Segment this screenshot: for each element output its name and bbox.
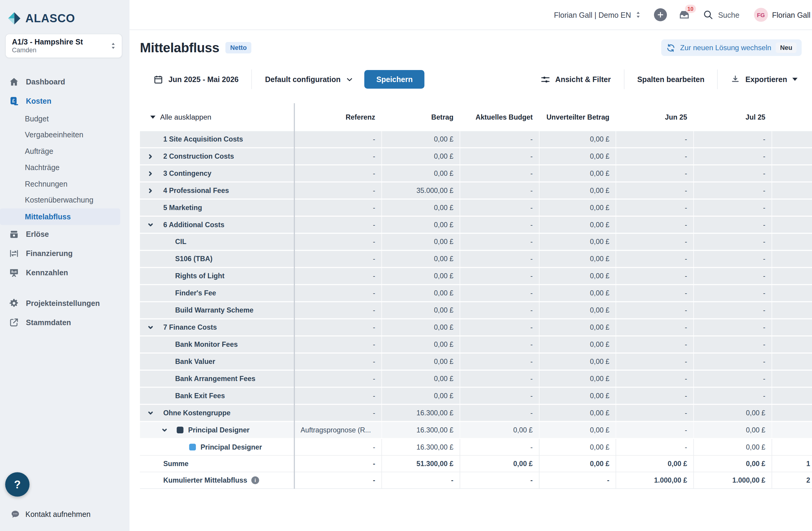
sidebar-item-erloese[interactable]: Erlöse <box>0 225 129 244</box>
row-label-cell[interactable]: S106 (TBA) <box>140 251 294 267</box>
cash-drawer-icon <box>9 229 19 240</box>
sidebar-item-kennzahlen[interactable]: Kennzahlen <box>0 263 129 282</box>
row-label: Bank Arrangement Fees <box>175 375 255 383</box>
view-filter-button[interactable]: Ansicht & Filter <box>540 74 611 84</box>
row-label: S106 (TBA) <box>175 255 213 263</box>
sidebar-item-mittelabfluss[interactable]: Mittelabfluss <box>0 208 120 225</box>
contact-link[interactable]: Kontakt aufnehmen <box>11 509 91 519</box>
row-label-cell[interactable]: Build Warranty Scheme <box>140 302 294 318</box>
cell-aktuelles-budget: - <box>460 234 539 250</box>
cell-aktuelles-budget: - <box>460 200 539 215</box>
cell-partial <box>772 319 812 335</box>
sidebar-item-stammdaten[interactable]: Stammdaten <box>0 313 129 332</box>
row-label-cell[interactable]: 7 Finance Costs <box>140 319 294 335</box>
chevron-down-icon[interactable] <box>148 325 154 330</box>
sidebar-item-budget[interactable]: Budget <box>0 110 129 127</box>
cell-betrag: 0,00 £ <box>382 217 460 233</box>
sidebar-item-dashboard[interactable]: Dashboard <box>0 72 129 91</box>
toolbar: Jun 2025 - Mai 2026 Default configuratio… <box>129 69 812 89</box>
search-icon <box>702 9 713 20</box>
chevron-down-icon[interactable] <box>162 427 167 433</box>
select-arrows-icon <box>636 11 640 19</box>
sidebar-item-auftraege[interactable]: Aufträge <box>0 143 129 159</box>
chevron-down-icon[interactable] <box>148 410 154 416</box>
sidebar-item-vergabeeinheiten[interactable]: Vergabeeinheiten <box>0 127 129 143</box>
cell-jul-25: - <box>694 285 772 301</box>
chevron-down-icon <box>346 75 353 83</box>
cell-partial <box>772 217 812 233</box>
row-label-cell[interactable]: 1 Site Acquisition Costs <box>140 131 294 147</box>
edit-columns-button[interactable]: Spalten bearbeiten <box>637 75 705 84</box>
row-label-cell[interactable]: Bank Arrangement Fees <box>140 371 294 386</box>
row-label-cell[interactable]: Ohne Kostengruppe <box>140 405 294 421</box>
project-selector[interactable]: A1/3 - Hampshire St Camden <box>5 34 122 58</box>
row-label-cell[interactable]: Bank Monitor Fees <box>140 336 294 353</box>
sidebar-item-kosten[interactable]: £ Kosten <box>0 91 129 111</box>
save-button[interactable]: Speichern <box>364 70 424 89</box>
help-button[interactable]: ? <box>5 472 29 497</box>
cell-jun-25: - <box>616 422 693 438</box>
switch-link-label: Zur neuen Lösung wechseln <box>680 44 771 52</box>
chevron-right-icon[interactable] <box>148 187 154 193</box>
frozen-pane-divider <box>294 103 295 489</box>
brand-logo[interactable]: ALASCO <box>0 0 129 26</box>
date-range-picker[interactable]: Jun 2025 - Mai 2026 <box>154 74 239 84</box>
row-label-cell[interactable]: 3 Contingency <box>140 165 294 181</box>
cell-referenz: - <box>294 285 381 301</box>
cell-referenz: - <box>294 251 381 267</box>
expand-all-button[interactable]: Alle ausklappen <box>140 103 294 131</box>
row-label: Summe <box>163 460 188 468</box>
row-label: 2 Construction Costs <box>163 152 234 160</box>
row-label-cell[interactable]: 5 Marketing <box>140 200 294 215</box>
cell-referenz: Auftragsprognose (R... <box>294 422 381 438</box>
info-icon[interactable]: i <box>251 476 259 484</box>
row-label-cell[interactable]: CIL <box>140 234 294 250</box>
sidebar-item-kostenueberwachung[interactable]: Kostenüberwachung <box>0 192 129 208</box>
sidebar-item-finanzierung[interactable]: Finanzierung <box>0 244 129 263</box>
add-button[interactable] <box>654 9 667 21</box>
row-label-cell[interactable]: Bank Valuer <box>140 354 294 369</box>
cell-betrag: 0,00 £ <box>382 319 460 335</box>
cell-partial <box>772 336 812 353</box>
row-label-cell[interactable]: Principal Designer <box>140 422 294 438</box>
switch-solution-link[interactable]: Zur neuen Lösung wechseln Neu <box>662 39 802 56</box>
cell-referenz: - <box>294 371 381 386</box>
row-label: Ohne Kostengruppe <box>163 409 230 417</box>
export-button[interactable]: Exportieren <box>731 74 798 84</box>
row-label-cell[interactable]: Rights of Light <box>140 268 294 284</box>
chevron-down-icon[interactable] <box>148 222 154 228</box>
sidebar-item-rechnungen[interactable]: Rechnungen <box>0 176 129 192</box>
workspace-switcher[interactable]: Florian Gall | Demo EN <box>554 11 640 19</box>
cell-aktuelles-budget: - <box>460 285 539 301</box>
row-label-cell[interactable]: Principal Designer <box>140 439 294 455</box>
notifications-button[interactable]: 10 <box>678 9 690 21</box>
cell-unverteilter-betrag: - <box>539 472 616 488</box>
topbar: Florian Gall | Demo EN 10 <box>129 0 812 30</box>
search-button[interactable]: Suche <box>702 9 740 20</box>
row-label-cell[interactable]: Kumulierter Mittelabflussi <box>140 472 294 488</box>
column-header-jul-25: Jul 25 <box>694 103 772 131</box>
row-label: 3 Contingency <box>163 170 211 177</box>
row-label-cell[interactable]: Finder's Fee <box>140 285 294 301</box>
cell-unverteilter-betrag: 0,00 £ <box>539 183 616 198</box>
toolbar-divider <box>717 69 718 89</box>
avatar[interactable]: FG <box>754 8 768 22</box>
row-label-cell[interactable]: 2 Construction Costs <box>140 148 294 164</box>
column-header-jun-25: Jun 25 <box>616 103 693 131</box>
row-label-cell[interactable]: 4 Professional Fees <box>140 183 294 198</box>
cell-unverteilter-betrag: 0,00 £ <box>539 302 616 318</box>
table-row: Bank Exit Fees-0,00 £-0,00 £-- <box>140 388 812 404</box>
chevron-right-icon[interactable] <box>148 154 154 159</box>
row-label: Bank Valuer <box>175 358 215 365</box>
cell-betrag: 16.300,00 £ <box>382 405 460 421</box>
cash-flow-table: Alle ausklappen Referenz Betrag Aktuelle… <box>140 103 812 489</box>
configuration-select[interactable]: Default configuration <box>265 75 353 84</box>
row-label-cell[interactable]: Bank Exit Fees <box>140 388 294 404</box>
column-header-partial <box>772 103 812 131</box>
sidebar-item-nachtraege[interactable]: Nachträge <box>0 159 129 175</box>
cell-partial <box>772 405 812 421</box>
sidebar-item-projekteinstellungen[interactable]: Projekteinstellungen <box>0 293 129 313</box>
chevron-right-icon[interactable] <box>148 171 154 176</box>
row-label-cell[interactable]: 6 Additional Costs <box>140 217 294 233</box>
row-label-cell[interactable]: Summe <box>140 456 294 472</box>
